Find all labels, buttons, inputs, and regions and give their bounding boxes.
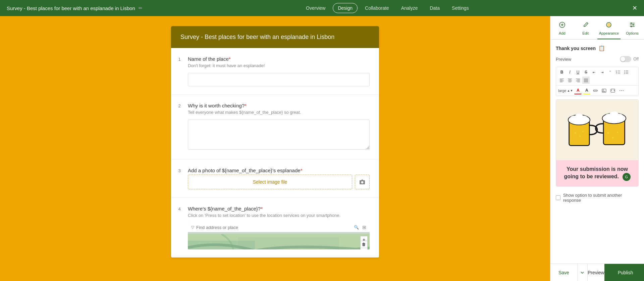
question-number-3: 3	[171, 168, 188, 189]
camera-button[interactable]	[355, 175, 370, 189]
tool-appearance[interactable]: Appearance	[597, 19, 621, 39]
bottom-bar: Save Preview Publish	[550, 264, 644, 281]
nav-tabs: Overview Design Collaborate Analyze Data…	[301, 3, 474, 13]
nav-collaborate[interactable]: Collaborate	[360, 3, 394, 13]
nav-analyze[interactable]: Analyze	[396, 3, 423, 13]
underline-button[interactable]: U	[574, 68, 582, 76]
tool-edit[interactable]: Edit	[574, 19, 597, 39]
svg-point-25	[579, 135, 581, 137]
nav-overview[interactable]: Overview	[301, 3, 330, 13]
select-image-button[interactable]: Select image file	[188, 175, 352, 189]
question-number-1: 1	[171, 56, 188, 86]
svg-point-8	[624, 71, 625, 71]
map-clear-button[interactable]: 🗑	[360, 241, 368, 248]
question-1-input[interactable]	[188, 73, 370, 86]
show-option-checkbox[interactable]	[556, 195, 560, 200]
thank-you-preview: Your submission is now going to be revie…	[556, 99, 639, 187]
svg-point-28	[612, 137, 614, 139]
top-navigation: Survey - Best places for beer with an es…	[0, 0, 644, 16]
image-upload-area: Select image file	[188, 175, 370, 189]
highlight-button[interactable]: A	[583, 87, 590, 94]
blockquote-button[interactable]: "	[606, 68, 614, 76]
italic-button[interactable]: I	[566, 68, 574, 76]
text-editor-toolbar: B I U S ⇤ ⇥ "	[556, 67, 639, 96]
show-option-label: Show option to submit another response	[563, 193, 639, 203]
align-center-button[interactable]	[566, 77, 574, 84]
nav-settings[interactable]: Settings	[447, 3, 474, 13]
question-number-4: 4	[171, 206, 188, 249]
map-filter-icon: ▽	[191, 225, 194, 230]
svg-point-23	[615, 114, 624, 121]
more-button[interactable]: ⋯	[618, 87, 625, 94]
nav-data[interactable]: Data	[425, 3, 444, 13]
map-toolbar: ▽ 🔍 ⊞	[188, 223, 370, 232]
ordered-list-button[interactable]	[614, 68, 622, 76]
survey-body: 1 Name of the place* Don't forget: it mu…	[171, 48, 379, 257]
toggle-wrapper: Off	[620, 56, 639, 62]
edit-title-icon[interactable]: ✏	[139, 5, 143, 11]
survey-title-area: Survey - Best places for beer with an es…	[7, 5, 143, 11]
tool-add[interactable]: Add	[550, 19, 574, 39]
link-button[interactable]	[592, 87, 599, 94]
question-2-title: Why is it worth checking?*	[188, 103, 370, 108]
publish-button[interactable]: Publish	[604, 264, 644, 281]
question-1-title: Name of the place*	[188, 56, 370, 62]
map-search-input[interactable]	[196, 225, 352, 230]
question-1: 1 Name of the place* Don't forget: it mu…	[171, 48, 379, 95]
survey-header: Survey - Best places for beer with an es…	[171, 26, 379, 48]
image-toolbar-button[interactable]	[600, 87, 608, 94]
sidebar-toolbar: Add Edit Appearance	[550, 16, 644, 40]
question-2-content: Why is it worth checking?* Tell everyone…	[188, 103, 370, 151]
svg-point-26	[583, 131, 584, 132]
svg-point-10	[624, 73, 625, 74]
font-size-selector[interactable]: large ▲▼	[558, 89, 573, 93]
save-dropdown-button[interactable]	[577, 264, 587, 281]
beer-illustration	[563, 106, 632, 153]
unordered-list-button[interactable]	[623, 68, 630, 76]
align-left-button[interactable]	[558, 77, 566, 84]
appearance-icon	[605, 21, 612, 30]
preview-toggle-row: Preview Off	[556, 56, 639, 62]
question-4-subtitle: Click on 'Press to set location' to use …	[188, 213, 370, 218]
question-3-content: Add a photo of ${name_of_the_place}'s es…	[188, 168, 370, 189]
save-button[interactable]: Save	[550, 264, 577, 281]
svg-point-29	[617, 132, 618, 133]
nav-design[interactable]: Design	[333, 3, 358, 13]
beer-emoji-area	[556, 100, 638, 160]
preview-toggle[interactable]	[620, 56, 631, 62]
main-layout: Survey - Best places for beer with an es…	[0, 16, 644, 281]
strikethrough-button[interactable]: S	[582, 68, 590, 76]
align-right-button[interactable]	[574, 77, 582, 84]
survey-form: Survey - Best places for beer with an es…	[171, 26, 379, 257]
question-3-title: Add a photo of ${name_of_the_place}'s es…	[188, 168, 370, 173]
toolbar-row-2: large ▲▼ A A ⋯	[556, 86, 638, 96]
question-4-title: Where's ${name_of_the_place}?*	[188, 206, 370, 212]
show-option-row: Show option to submit another response	[556, 191, 639, 204]
question-1-content: Name of the place* Don't forget: it must…	[188, 56, 370, 86]
svg-point-5	[631, 22, 632, 24]
submission-text-area: Your submission is now going to be revie…	[556, 160, 638, 186]
edit-icon	[582, 21, 589, 30]
indent-inc-button[interactable]: ⇥	[598, 68, 606, 76]
embed-button[interactable]	[609, 87, 616, 94]
tool-add-label: Add	[559, 31, 566, 35]
tool-appearance-label: Appearance	[599, 31, 619, 35]
bold-button[interactable]: B	[558, 68, 566, 76]
sidebar-content: Thank you screen 📋 Preview Off B I U	[550, 40, 644, 264]
question-2-input[interactable]	[188, 120, 370, 150]
svg-point-7	[631, 26, 632, 27]
toolbar-row-1: B I U S ⇤ ⇥ "	[556, 67, 638, 86]
nav-actions: ✕	[632, 4, 637, 12]
question-4: 4 Where's ${name_of_the_place}?* Click o…	[171, 198, 379, 257]
question-3: 3 Add a photo of ${name_of_the_place}'s …	[171, 159, 379, 198]
question-2: 2 Why is it worth checking?* Tell everyo…	[171, 95, 379, 159]
indent-dec-button[interactable]: ⇤	[590, 68, 598, 76]
section-icon: 📋	[598, 45, 605, 51]
svg-point-6	[633, 24, 634, 26]
text-color-button[interactable]: A	[574, 87, 582, 94]
add-icon	[559, 21, 566, 30]
preview-button[interactable]: Preview	[587, 264, 604, 281]
tool-options[interactable]: Options	[621, 19, 644, 39]
close-icon[interactable]: ✕	[632, 4, 637, 12]
align-justify-button[interactable]	[582, 77, 590, 84]
